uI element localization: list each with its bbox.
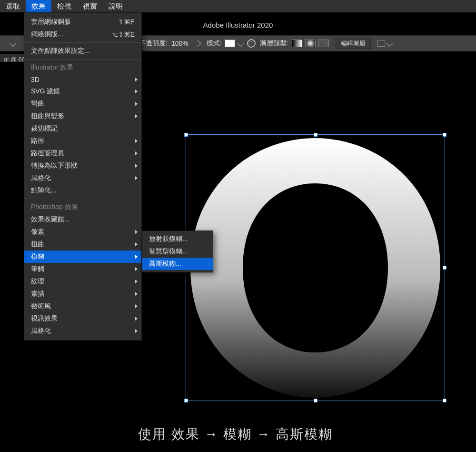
menu-view[interactable]: 檢視	[51, 0, 77, 12]
menu-item-label: 視訊效果	[31, 314, 58, 323]
menu-item-label: 藝術風	[31, 302, 51, 311]
edit-gradient-button[interactable]: 編輯漸層	[336, 38, 371, 49]
menu-item[interactable]: 裁切標記	[24, 122, 141, 135]
menu-item-label: 紋理	[31, 277, 44, 286]
menu-item[interactable]: 路徑管理員	[24, 147, 141, 160]
menu-item-label: SVG 濾鏡	[31, 87, 60, 96]
chevron-down-icon[interactable]	[10, 40, 16, 47]
selection-handle[interactable]	[184, 133, 188, 137]
menu-item[interactable]: 轉換為以下形狀	[24, 160, 141, 172]
panel-toggle-icon[interactable]	[377, 40, 385, 47]
menu-item[interactable]: 點陣化...	[24, 184, 141, 197]
menu-item-label: 點陣化...	[31, 186, 57, 195]
gradient-radial-swatch[interactable]	[305, 40, 316, 47]
style-swatch[interactable]	[225, 40, 235, 47]
blur-submenu: 放射狀模糊...智慧型模糊...高斯模糊...	[142, 231, 213, 272]
gradient-freeform-swatch[interactable]	[318, 40, 329, 47]
menu-item-label: 裁切標記	[31, 124, 58, 133]
menu-item[interactable]: 路徑	[24, 135, 141, 147]
menu-item-label: 路徑管理員	[31, 149, 64, 158]
menu-last-effect[interactable]: 網線銅版... ⌥⇧⌘E	[24, 28, 141, 40]
gradient-linear-swatch[interactable]	[292, 40, 302, 47]
selection-handle[interactable]	[314, 133, 317, 137]
submenu-arrow-icon	[135, 317, 138, 321]
menu-item[interactable]: 像素	[24, 226, 141, 238]
submenu-arrow-icon	[135, 304, 138, 308]
style-chevron-icon[interactable]	[237, 40, 244, 47]
menu-effect[interactable]: 效果	[26, 0, 51, 12]
menu-section-header-illustrator: Illustrator 效果	[24, 61, 141, 74]
selection-handle[interactable]	[443, 266, 446, 270]
menu-item-label: 路徑	[31, 137, 44, 145]
submenu-arrow-icon	[135, 242, 138, 246]
menu-select[interactable]: 選取	[0, 0, 26, 12]
menu-item[interactable]: 風格化	[24, 325, 141, 337]
menu-item[interactable]: 風格化	[24, 172, 141, 184]
selection-handle[interactable]	[184, 399, 188, 402]
menu-item-label: 風格化	[31, 327, 51, 335]
divider	[245, 38, 245, 49]
menu-apply-last-effect[interactable]: 套用網線銅版 ⇧⌘E	[24, 16, 141, 28]
submenu-arrow-icon	[135, 102, 138, 106]
opacity-label: 不透明度:	[139, 39, 168, 48]
selection-bounding-box[interactable]	[186, 134, 445, 401]
menu-item[interactable]: 扭曲與變形	[24, 110, 141, 122]
submenu-arrow-icon	[135, 329, 138, 333]
menu-item-label: 像素	[31, 228, 44, 236]
menu-item-label: 風格化	[31, 174, 51, 182]
menu-item[interactable]: 3D	[24, 74, 141, 85]
tutorial-annotation: 使用 效果 → 模糊 → 高斯模糊	[138, 425, 333, 443]
divider	[258, 38, 258, 49]
submenu-arrow-icon	[135, 164, 138, 168]
panel-chevron-icon[interactable]	[386, 40, 393, 47]
menu-separator	[24, 199, 141, 199]
style-label: 樣式:	[207, 39, 222, 48]
menu-item[interactable]: 筆觸	[24, 263, 141, 275]
gradient-type-label: 漸層類型:	[260, 39, 288, 48]
menu-item[interactable]: 素描	[24, 288, 141, 300]
submenu-arrow-icon	[135, 176, 138, 180]
chevron-right-icon[interactable]	[194, 40, 201, 47]
menu-window[interactable]: 視窗	[77, 0, 103, 12]
submenu-item[interactable]: 高斯模糊...	[142, 258, 213, 270]
menu-item-label: 扭曲	[31, 240, 44, 249]
menu-item[interactable]: 藝術風	[24, 300, 141, 312]
menu-item[interactable]: 模糊	[24, 251, 141, 263]
menu-item-label: 3D	[31, 76, 40, 83]
submenu-item[interactable]: 放射狀模糊...	[142, 233, 213, 245]
menu-item-label: 扭曲與變形	[31, 112, 64, 121]
menu-item-label: 模糊	[31, 252, 44, 261]
effect-menu-dropdown: 套用網線銅版 ⇧⌘E 網線銅版... ⌥⇧⌘E 文件點陣效果設定... Illu…	[24, 12, 142, 341]
menu-item[interactable]: 彎曲	[24, 98, 141, 110]
menu-item[interactable]: 效果收藏館...	[24, 213, 141, 226]
recolor-icon[interactable]	[247, 39, 256, 48]
submenu-item[interactable]: 智慧型模糊...	[142, 245, 213, 258]
menu-item[interactable]: SVG 濾鏡	[24, 85, 141, 98]
menu-item[interactable]: 紋理	[24, 275, 141, 288]
menu-item-label: 筆觸	[31, 265, 44, 273]
opacity-value[interactable]: 100%	[171, 40, 188, 47]
menu-separator	[24, 59, 141, 60]
menu-help[interactable]: 說明	[103, 0, 129, 12]
menu-item-label: 效果收藏館...	[31, 215, 70, 224]
selection-handle[interactable]	[314, 399, 317, 402]
menu-raster-settings[interactable]: 文件點陣效果設定...	[24, 45, 141, 57]
submenu-arrow-icon	[135, 114, 138, 118]
submenu-arrow-icon	[135, 90, 138, 93]
menubar: 選取 效果 檢視 視窗 說明	[0, 0, 476, 12]
menu-item-label: 素描	[31, 290, 44, 298]
submenu-arrow-icon	[135, 255, 138, 259]
submenu-arrow-icon	[135, 280, 138, 283]
menu-item[interactable]: 扭曲	[24, 238, 141, 251]
submenu-arrow-icon	[135, 267, 138, 271]
menu-item-label: 轉換為以下形狀	[31, 161, 78, 170]
selection-handle[interactable]	[443, 399, 446, 402]
menu-item[interactable]: 視訊效果	[24, 312, 141, 325]
submenu-arrow-icon	[135, 230, 138, 234]
submenu-arrow-icon	[135, 292, 138, 296]
submenu-arrow-icon	[135, 139, 138, 143]
menu-separator	[24, 42, 141, 43]
submenu-arrow-icon	[135, 151, 138, 155]
submenu-arrow-icon	[135, 78, 138, 81]
selection-handle[interactable]	[443, 133, 446, 137]
